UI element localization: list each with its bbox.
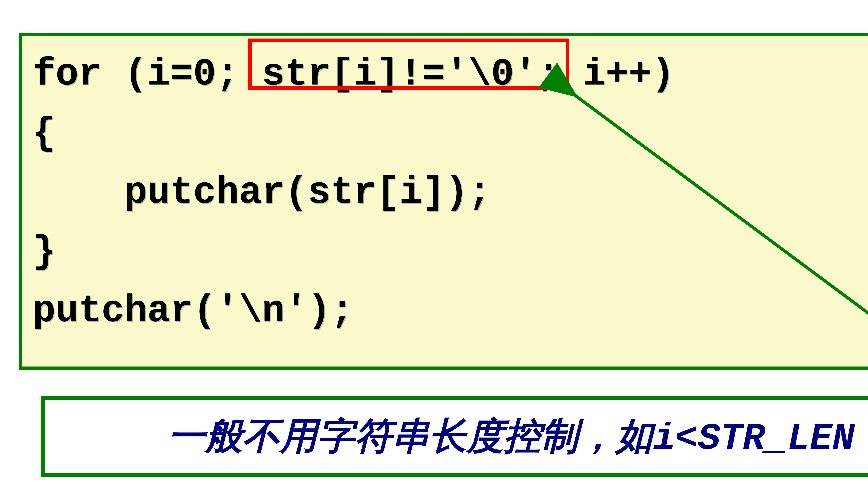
annotation-text: 一般不用字符串长度控制，如i<STR_LEN [168,411,855,462]
code-line-1: for (i=0; str[i]!='\0'; i++) [33,45,868,104]
annotation-chinese: 一般不用字符串长度控制，如 [168,415,653,457]
code-line-1c: ; i++) [537,53,674,96]
annotation-code: i<STR_LEN [653,418,855,460]
code-line-4: } [33,222,868,281]
code-line-1a: for (i=0; [33,53,262,96]
code-line-5: putchar('\n'); [33,281,868,341]
code-line-3: putchar(str[i]); [33,163,868,222]
code-block: for (i=0; str[i]!='\0'; i++) { putchar(s… [19,33,868,370]
code-line-2: { [33,104,868,163]
annotation-box: 一般不用字符串长度控制，如i<STR_LEN [41,396,868,477]
code-line-1b-highlighted: str[i]!='\0' [262,53,537,96]
